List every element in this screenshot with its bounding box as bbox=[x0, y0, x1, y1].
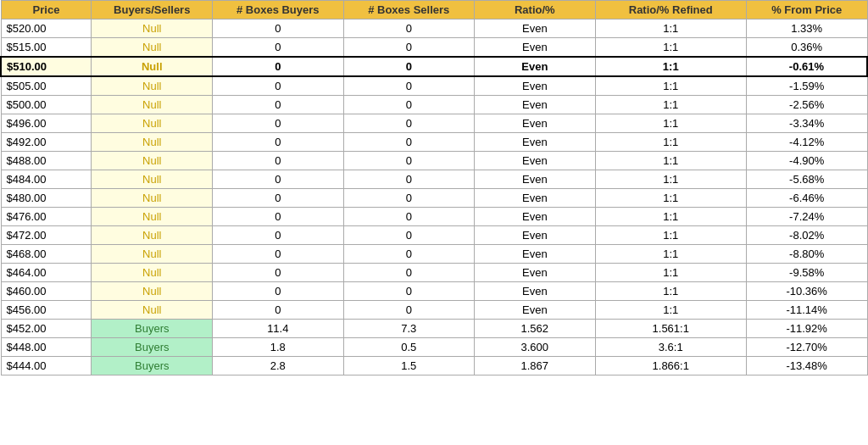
cell-boxes-sellers: 0 bbox=[343, 264, 474, 282]
cell-boxes-buyers: 1.8 bbox=[213, 338, 343, 357]
cell-boxes-buyers: 0 bbox=[213, 301, 343, 320]
cell-boxes-sellers: 0 bbox=[343, 114, 474, 133]
cell-price: $468.00 bbox=[1, 245, 92, 264]
cell-ratio-refined: 1:1 bbox=[595, 301, 746, 320]
cell-price: $456.00 bbox=[1, 301, 92, 320]
cell-buyers-sellers: Buyers bbox=[92, 338, 213, 357]
cell-ratio: Even bbox=[475, 208, 596, 226]
cell-price: $464.00 bbox=[1, 264, 92, 282]
table-row: $460.00Null00Even1:1-10.36% bbox=[1, 282, 867, 301]
cell-boxes-sellers: 0 bbox=[343, 57, 474, 76]
cell-from-price: 0.36% bbox=[746, 38, 867, 58]
cell-boxes-sellers: 1.5 bbox=[343, 357, 474, 375]
cell-boxes-sellers: 0 bbox=[343, 208, 474, 226]
cell-boxes-sellers: 0 bbox=[343, 245, 474, 264]
cell-ratio-refined: 1.561:1 bbox=[595, 320, 746, 338]
table-row: $488.00Null00Even1:1-4.90% bbox=[1, 152, 867, 170]
cell-boxes-buyers: 0 bbox=[213, 19, 343, 38]
cell-ratio: Even bbox=[475, 170, 596, 189]
cell-price: $510.00 bbox=[1, 57, 92, 76]
cell-ratio: Even bbox=[475, 152, 596, 170]
cell-from-price: -1.59% bbox=[746, 76, 867, 96]
cell-from-price: -3.34% bbox=[746, 114, 867, 133]
cell-boxes-sellers: 0 bbox=[343, 189, 474, 208]
header-row: Price Buyers/Sellers # Boxes Buyers # Bo… bbox=[1, 1, 867, 19]
cell-price: $500.00 bbox=[1, 96, 92, 114]
cell-ratio-refined: 1:1 bbox=[595, 245, 746, 264]
cell-buyers-sellers: Null bbox=[92, 189, 213, 208]
cell-buyers-sellers: Null bbox=[92, 19, 213, 38]
cell-from-price: -4.90% bbox=[746, 152, 867, 170]
header-boxes-sellers: # Boxes Sellers bbox=[343, 1, 474, 19]
cell-buyers-sellers: Null bbox=[92, 76, 213, 96]
cell-ratio: Even bbox=[475, 57, 596, 76]
cell-boxes-buyers: 0 bbox=[213, 264, 343, 282]
header-buyers-sellers: Buyers/Sellers bbox=[92, 1, 213, 19]
cell-from-price: -9.58% bbox=[746, 264, 867, 282]
cell-buyers-sellers: Null bbox=[92, 38, 213, 58]
cell-price: $496.00 bbox=[1, 114, 92, 133]
cell-boxes-sellers: 0.5 bbox=[343, 338, 474, 357]
cell-ratio: Even bbox=[475, 133, 596, 152]
cell-from-price: -8.02% bbox=[746, 226, 867, 245]
cell-ratio: Even bbox=[475, 301, 596, 320]
cell-boxes-sellers: 0 bbox=[343, 226, 474, 245]
cell-price: $460.00 bbox=[1, 282, 92, 301]
table-row: $484.00Null00Even1:1-5.68% bbox=[1, 170, 867, 189]
cell-boxes-buyers: 0 bbox=[213, 226, 343, 245]
table-row: $480.00Null00Even1:1-6.46% bbox=[1, 189, 867, 208]
cell-boxes-buyers: 0 bbox=[213, 189, 343, 208]
cell-from-price: -7.24% bbox=[746, 208, 867, 226]
price-table: Price Buyers/Sellers # Boxes Buyers # Bo… bbox=[0, 0, 868, 375]
cell-from-price: -6.46% bbox=[746, 189, 867, 208]
cell-boxes-sellers: 0 bbox=[343, 38, 474, 58]
cell-price: $452.00 bbox=[1, 320, 92, 338]
table-row: $505.00Null00Even1:1-1.59% bbox=[1, 76, 867, 96]
cell-boxes-buyers: 0 bbox=[213, 76, 343, 96]
cell-ratio-refined: 1:1 bbox=[595, 152, 746, 170]
cell-ratio: Even bbox=[475, 19, 596, 38]
cell-boxes-buyers: 0 bbox=[213, 170, 343, 189]
cell-boxes-buyers: 0 bbox=[213, 38, 343, 58]
cell-ratio-refined: 1:1 bbox=[595, 96, 746, 114]
table-row: $496.00Null00Even1:1-3.34% bbox=[1, 114, 867, 133]
cell-boxes-buyers: 0 bbox=[213, 282, 343, 301]
header-from-price: % From Price bbox=[746, 1, 867, 19]
cell-price: $520.00 bbox=[1, 19, 92, 38]
header-price: Price bbox=[1, 1, 92, 19]
cell-ratio-refined: 1:1 bbox=[595, 76, 746, 96]
cell-ratio: Even bbox=[475, 282, 596, 301]
cell-from-price: -4.12% bbox=[746, 133, 867, 152]
cell-from-price: -10.36% bbox=[746, 282, 867, 301]
cell-ratio-refined: 1:1 bbox=[595, 19, 746, 38]
table-row: $464.00Null00Even1:1-9.58% bbox=[1, 264, 867, 282]
cell-price: $448.00 bbox=[1, 338, 92, 357]
cell-ratio: Even bbox=[475, 264, 596, 282]
cell-boxes-buyers: 0 bbox=[213, 114, 343, 133]
cell-boxes-buyers: 0 bbox=[213, 152, 343, 170]
cell-ratio-refined: 1:1 bbox=[595, 114, 746, 133]
cell-ratio: Even bbox=[475, 189, 596, 208]
cell-price: $444.00 bbox=[1, 357, 92, 375]
cell-boxes-buyers: 0 bbox=[213, 96, 343, 114]
cell-boxes-sellers: 0 bbox=[343, 76, 474, 96]
cell-buyers-sellers: Null bbox=[92, 301, 213, 320]
table-row: $472.00Null00Even1:1-8.02% bbox=[1, 226, 867, 245]
cell-ratio-refined: 1:1 bbox=[595, 170, 746, 189]
cell-boxes-sellers: 7.3 bbox=[343, 320, 474, 338]
cell-ratio: Even bbox=[475, 245, 596, 264]
cell-buyers-sellers: Null bbox=[92, 152, 213, 170]
cell-price: $476.00 bbox=[1, 208, 92, 226]
cell-boxes-sellers: 0 bbox=[343, 19, 474, 38]
cell-buyers-sellers: Null bbox=[92, 282, 213, 301]
cell-ratio-refined: 1:1 bbox=[595, 282, 746, 301]
cell-price: $515.00 bbox=[1, 38, 92, 58]
cell-boxes-sellers: 0 bbox=[343, 282, 474, 301]
cell-buyers-sellers: Null bbox=[92, 114, 213, 133]
cell-buyers-sellers: Null bbox=[92, 170, 213, 189]
table-row: $452.00Buyers11.47.31.5621.561:1-11.92% bbox=[1, 320, 867, 338]
cell-from-price: 1.33% bbox=[746, 19, 867, 38]
cell-boxes-buyers: 0 bbox=[213, 208, 343, 226]
cell-ratio-refined: 1.866:1 bbox=[595, 357, 746, 375]
cell-ratio: 1.867 bbox=[475, 357, 596, 375]
